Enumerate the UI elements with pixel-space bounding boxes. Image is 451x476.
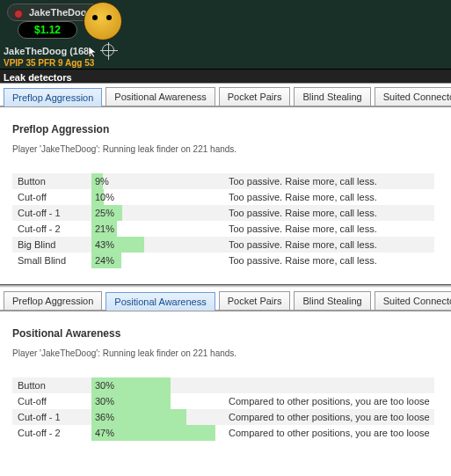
leak-detectors-title: Leak detectors (4, 72, 77, 83)
section-subtitle: Player 'JakeTheDoog': Running leak finde… (12, 144, 439, 154)
note-cell: Too passive. Raise more, call less. (223, 237, 434, 253)
percent-label: 43% (91, 237, 223, 253)
tabs-1: Preflop AggressionPositional AwarenessPo… (0, 84, 451, 107)
tab-preflop-aggression[interactable]: Preflop Aggression (4, 88, 102, 106)
tabs-2: Preflop AggressionPositional AwarenessPo… (0, 288, 451, 311)
position-cell: Cut-off - 2 (12, 221, 91, 237)
note-cell: Compared to other positions, you are too… (223, 409, 434, 425)
table-row: Cut-off - 125%Too passive. Raise more, c… (12, 205, 434, 221)
note-cell: Too passive. Raise more, call less. (223, 189, 434, 205)
percent-cell: 21% (91, 221, 223, 237)
position-cell: Big Blind (12, 237, 91, 253)
percent-label: 21% (91, 221, 223, 237)
section-heading: Preflop Aggression (12, 123, 439, 135)
table-row: Small Blind24%Too passive. Raise more, c… (12, 253, 434, 268)
avatar (84, 2, 122, 40)
preflop-aggression-table: Button9%Too passive. Raise more, call le… (12, 173, 434, 268)
percent-cell: 9% (91, 173, 223, 189)
tab-positional-awareness[interactable]: Positional Awareness (105, 87, 215, 106)
tab-pocket-pairs[interactable]: Pocket Pairs (219, 87, 291, 106)
table-row: Big Blind43%Too passive. Raise more, cal… (12, 237, 434, 253)
position-cell: Button (12, 173, 91, 189)
note-cell: Compared to other positions, you are too… (223, 425, 434, 441)
note-cell (223, 377, 434, 393)
table-row: Cut-off - 247%Compared to other position… (12, 425, 434, 441)
position-cell: Small Blind (12, 253, 91, 268)
tab-blind-stealing[interactable]: Blind Stealing (294, 291, 370, 310)
percent-label: 9% (91, 173, 223, 189)
table-row: Cut-off - 221%Too passive. Raise more, c… (12, 221, 434, 237)
percent-cell: 25% (91, 205, 223, 221)
note-cell: Too passive. Raise more, call less. (223, 221, 434, 237)
percent-label: 30% (91, 393, 223, 409)
player-name: JakeTheDoog (29, 7, 92, 18)
position-cell: Button (12, 377, 91, 393)
percent-cell: 30% (91, 377, 223, 393)
crosshair-icon (102, 44, 114, 56)
tab-suited-connectors[interactable]: Suited Connectors (375, 87, 451, 106)
note-cell: Too passive. Raise more, call less. (223, 253, 434, 268)
note-cell: Too passive. Raise more, call less. (223, 205, 434, 221)
table-row: Button30% (12, 377, 434, 393)
section-positional-awareness: Positional Awareness Player 'JakeTheDoog… (0, 311, 451, 450)
percent-label: 24% (91, 253, 223, 268)
tab-suited-connectors[interactable]: Suited Connectors (375, 291, 451, 310)
tab-blind-stealing[interactable]: Blind Stealing (294, 87, 370, 106)
tab-positional-awareness[interactable]: Positional Awareness (105, 292, 215, 311)
status-led-icon (14, 10, 23, 18)
percent-label: 25% (91, 205, 223, 221)
note-cell: Too passive. Raise more, call less. (223, 173, 434, 189)
percent-cell: 47% (91, 425, 223, 441)
poker-hud: JakeTheDoog $1.12 JakeTheDoog (168) VPIP… (0, 0, 451, 69)
table-row: Cut-off30%Compared to other positions, y… (12, 393, 434, 409)
cursor-icon (88, 46, 100, 58)
table-row: Button9%Too passive. Raise more, call le… (12, 173, 434, 189)
stack-badge: $1.12 (18, 21, 77, 39)
position-cell: Cut-off (12, 189, 91, 205)
leak-detectors-header: Leak detectors (0, 69, 451, 84)
table-row: Cut-off10%Too passive. Raise more, call … (12, 189, 434, 205)
tab-preflop-aggression[interactable]: Preflop Aggression (4, 291, 102, 310)
position-cell: Cut-off - 2 (12, 425, 91, 441)
percent-cell: 10% (91, 189, 223, 205)
percent-label: 10% (91, 189, 223, 205)
hud-player-label: JakeTheDoog (168) (4, 46, 92, 56)
hud-stats-line: VPIP 35 PFR 9 Agg 53 (4, 58, 94, 68)
position-cell: Cut-off - 1 (12, 409, 91, 425)
percent-cell: 30% (91, 393, 223, 409)
tab-pocket-pairs[interactable]: Pocket Pairs (219, 291, 291, 310)
section-preflop-aggression: Preflop Aggression Player 'JakeTheDoog':… (0, 107, 451, 277)
table-row: Cut-off - 136%Compared to other position… (12, 409, 434, 425)
section-heading: Positional Awareness (12, 327, 439, 340)
percent-label: 36% (91, 409, 223, 425)
positional-awareness-table: Button30%Cut-off30%Compared to other pos… (12, 377, 434, 441)
percent-label: 30% (91, 377, 223, 393)
position-cell: Cut-off (12, 393, 91, 409)
section-subtitle: Player 'JakeTheDoog': Running leak finde… (12, 348, 439, 358)
percent-cell: 24% (91, 253, 223, 268)
percent-label: 47% (91, 425, 223, 441)
note-cell: Compared to other positions, you are too… (223, 393, 434, 409)
position-cell: Cut-off - 1 (12, 205, 91, 221)
percent-cell: 43% (91, 237, 223, 253)
percent-cell: 36% (91, 409, 223, 425)
